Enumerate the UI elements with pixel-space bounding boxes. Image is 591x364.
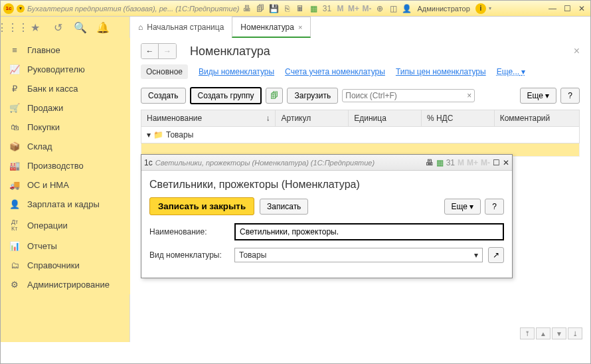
sidebar-item-label: Руководителю	[27, 64, 85, 74]
memory-mminus-icon[interactable]: M-	[361, 3, 372, 14]
maximize-button[interactable]: ☐	[561, 3, 573, 14]
row-label: Товары	[166, 130, 193, 139]
sidebar-item-director[interactable]: 📈Руководителю	[1, 60, 130, 79]
subtab-price-types[interactable]: Типы цен номенклатуры	[396, 67, 486, 76]
user-label[interactable]: Администратор	[417, 5, 469, 13]
subtab-types[interactable]: Виды номенклатуры	[199, 67, 274, 76]
apps-icon[interactable]: ⋮⋮⋮	[6, 21, 19, 34]
info-dropdown-icon[interactable]: ▾	[489, 5, 491, 11]
search-input[interactable]	[345, 91, 467, 100]
modal-close-button[interactable]: ✕	[503, 158, 509, 167]
sidebar-item-admin[interactable]: ⚙Администрирование	[1, 275, 130, 294]
sidebar-item-warehouse[interactable]: 📦Склад	[1, 137, 130, 156]
print-icon[interactable]: 🖶	[426, 158, 434, 167]
sidebar-item-label: Производство	[27, 161, 84, 171]
sidebar-item-purchases[interactable]: 🛍Покупки	[1, 118, 130, 137]
sidebar-item-sales[interactable]: 🛒Продажи	[1, 98, 130, 118]
title-dropdown-icon[interactable]: ▾	[17, 5, 25, 13]
grid-row-goods[interactable]: ▾📁Товары	[141, 127, 580, 143]
scroll-down-button[interactable]: ▼	[552, 327, 566, 339]
memory-m-icon[interactable]: M	[335, 3, 345, 14]
history-icon[interactable]: ↺	[51, 21, 64, 34]
command-bar: Создать Создать группу 🗐 Загрузить × Еще…	[141, 87, 580, 104]
chart-up-icon: 📈	[9, 64, 21, 74]
truck-icon: 🚚	[9, 180, 21, 190]
memory-mplus-icon[interactable]: M+	[467, 158, 478, 167]
modal-help-button[interactable]: ?	[485, 199, 504, 215]
clear-search-icon[interactable]: ×	[467, 91, 471, 100]
calendar-31-icon[interactable]: 31	[446, 158, 455, 167]
scroll-up-button[interactable]: ▲	[536, 327, 550, 339]
calendar-icon[interactable]: ▦	[436, 158, 444, 167]
type-select[interactable]: Товары ▾	[234, 248, 483, 262]
nav-forward-button[interactable]: →	[159, 44, 176, 58]
create-button[interactable]: Создать	[141, 88, 186, 104]
close-button[interactable]: ✕	[576, 3, 588, 14]
zoom-icon[interactable]: ⊕	[375, 3, 385, 14]
page-close-button[interactable]: ×	[574, 45, 580, 57]
tab-close-icon[interactable]: ×	[298, 23, 302, 31]
bars-icon: 📊	[9, 241, 21, 251]
folder-icon: 🗂	[9, 260, 21, 270]
sidebar-item-main[interactable]: ≡Главное	[1, 41, 130, 60]
col-nds[interactable]: % НДС	[422, 110, 495, 126]
subtab-main[interactable]: Основное	[141, 64, 188, 79]
sidebar-item-payroll[interactable]: 👤Зарплата и кадры	[1, 195, 130, 214]
sidebar-item-production[interactable]: 🏭Производство	[1, 156, 130, 175]
calculator-icon[interactable]: 🖩	[295, 3, 305, 14]
modal-title: Светильники, прожекторы (Номенклатура) (…	[155, 159, 423, 167]
scroll-bottom-button[interactable]: ⤓	[568, 327, 582, 339]
print-icon[interactable]: 🖶	[242, 3, 252, 14]
search-field[interactable]: ×	[342, 89, 475, 102]
col-comment[interactable]: Комментарий	[495, 110, 579, 126]
scroll-buttons: ⤒ ▲ ▼ ⤓	[520, 327, 582, 339]
load-button[interactable]: Загрузить	[287, 88, 338, 104]
sidebar-item-label: Отчеты	[27, 241, 57, 251]
subtab-accounts[interactable]: Счета учета номенклатуры	[285, 67, 385, 76]
sidebar-item-label: Главное	[27, 45, 60, 55]
window-titlebar: 1c ▾ Бухгалтерия предприятия (базовая), …	[1, 1, 590, 17]
modal-more-button[interactable]: Еще ▾	[444, 199, 481, 215]
subtab-more[interactable]: Еще... ▾	[497, 67, 526, 76]
more-button[interactable]: Еще ▾	[520, 88, 557, 104]
panels-icon[interactable]: ◫	[388, 3, 398, 14]
tab-home[interactable]: ⌂ Начальная страница	[130, 23, 232, 32]
memory-mminus-icon[interactable]: M-	[481, 158, 490, 167]
col-name[interactable]: Наименование↓	[141, 110, 276, 126]
page-title: Номенклатура	[190, 45, 270, 58]
tab-nomenclature[interactable]: Номенклатура ×	[232, 17, 311, 38]
scroll-top-button[interactable]: ⤒	[520, 327, 535, 339]
star-icon[interactable]: ★	[29, 21, 42, 34]
calendar-31-icon[interactable]: 31	[321, 3, 332, 14]
sidebar-item-assets[interactable]: 🚚ОС и НМА	[1, 175, 130, 195]
name-input[interactable]	[234, 223, 504, 240]
find-linked-button[interactable]: 🗐	[266, 88, 283, 104]
preview-icon[interactable]: 🗐	[255, 3, 266, 14]
search-icon[interactable]: 🔍	[74, 21, 87, 34]
open-ref-button[interactable]: ↗	[488, 247, 504, 263]
save-and-close-button[interactable]: Записать и закрыть	[149, 197, 254, 215]
sidebar-item-bank[interactable]: ₽Банк и касса	[1, 79, 130, 98]
col-unit[interactable]: Единица	[349, 110, 422, 126]
col-article[interactable]: Артикул	[276, 110, 349, 126]
calendar-icon[interactable]: ▦	[308, 3, 319, 14]
help-button[interactable]: ?	[560, 88, 580, 104]
sort-down-icon: ↓	[266, 114, 270, 123]
nav-back-button[interactable]: ←	[141, 44, 159, 58]
person-icon: 👤	[9, 199, 21, 209]
save-icon[interactable]: 💾	[268, 3, 279, 14]
bell-icon[interactable]: 🔔	[96, 21, 110, 34]
info-icon[interactable]: i	[475, 3, 486, 14]
memory-m-icon[interactable]: M	[458, 158, 464, 167]
tree-collapse-icon[interactable]: ▾	[147, 130, 151, 139]
modal-maximize-button[interactable]: ☐	[493, 158, 500, 167]
save-button[interactable]: Записать	[260, 199, 308, 215]
sidebar-item-catalogs[interactable]: 🗂Справочники	[1, 256, 130, 275]
sidebar-item-reports[interactable]: 📊Отчеты	[1, 236, 130, 256]
create-group-button[interactable]: Создать группу	[190, 87, 262, 104]
minimize-button[interactable]: —	[547, 3, 558, 14]
compare-icon[interactable]: ⎘	[282, 3, 292, 14]
type-value: Товары	[239, 250, 266, 260]
sidebar-item-operations[interactable]: ДтКтОперации	[1, 214, 130, 236]
memory-mplus-icon[interactable]: M+	[348, 3, 359, 14]
